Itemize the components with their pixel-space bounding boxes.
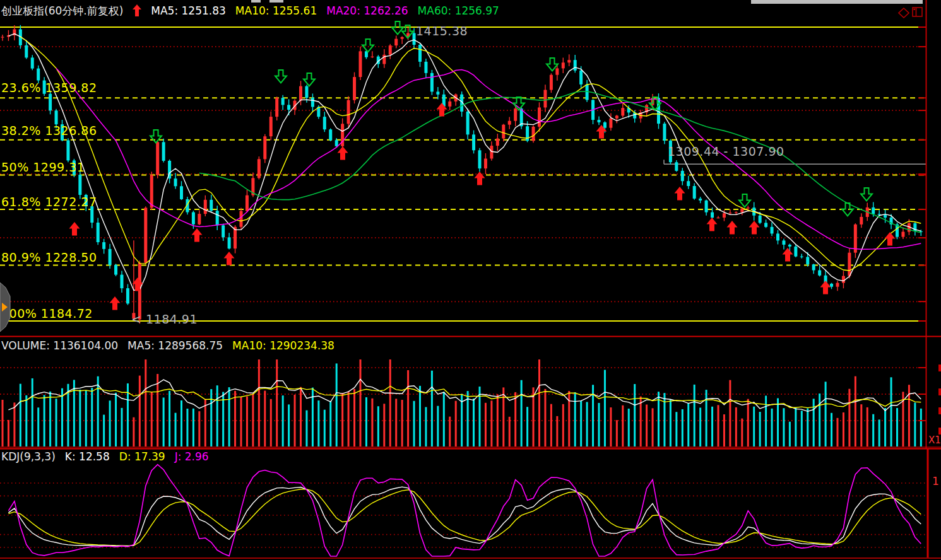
kdj-axis-label: 1	[932, 476, 939, 487]
low-price-label: < 1184.91	[131, 313, 198, 325]
window-chrome-fragment	[251, 0, 261, 3]
high-price-label: 1415.38	[416, 25, 468, 37]
sell-signal-arrow	[304, 73, 315, 86]
buy-signal-arrow	[727, 221, 738, 235]
chart-canvas[interactable]	[0, 0, 941, 560]
sell-signal-arrow	[362, 39, 374, 52]
buy-signal-arrow	[110, 296, 121, 310]
signal-arrows	[69, 21, 896, 310]
buy-signal-arrow	[338, 146, 348, 160]
fib-label-618: 61.8% 1272.27	[1, 196, 97, 208]
symbol-title: 创业板指(60分钟.前复权)	[1, 6, 123, 16]
buy-signal-arrow	[749, 221, 760, 235]
volume-pane-header: VOLUME: 1136104.00 MA5: 1289568.75 MA10:…	[1, 341, 334, 351]
volume-ma5-value: MA5: 1289568.75	[127, 341, 223, 351]
sell-signal-arrow	[150, 130, 162, 143]
buy-signal-arrow	[820, 281, 831, 295]
fib-label-50: 50% 1299.31	[1, 161, 85, 173]
buy-signal-arrow	[783, 248, 793, 262]
price-pane-header: 创业板指(60分钟.前复权) MA5: 1251.83 MA10: 1255.6…	[1, 4, 499, 18]
kdj-d-value: D: 17.39	[119, 452, 165, 462]
fib-label-236: 23.6% 1359.82	[1, 82, 97, 94]
gap-range-label: 1309.44 - 1307.90	[668, 146, 784, 158]
kdj-k-value: K: 12.58	[65, 452, 110, 462]
sell-signal-arrow	[861, 188, 872, 201]
sell-signal-arrow	[392, 21, 403, 35]
volume-value: VOLUME: 1136104.00	[1, 341, 118, 351]
window-chrome-fragment	[269, 0, 283, 3]
split-window-icon[interactable]	[912, 7, 923, 20]
fib-label-809: 80.9% 1228.50	[1, 252, 97, 264]
chart-window: 创业板指(60分钟.前复权) MA5: 1251.83 MA10: 1255.6…	[0, 0, 941, 560]
volume-unit-label: X1	[928, 436, 941, 445]
sell-signal-arrow	[739, 194, 750, 207]
sell-signal-arrow	[275, 70, 287, 83]
kdj-lines	[8, 465, 921, 556]
ma20-value: MA20: 1262.26	[326, 6, 408, 16]
kdj-pane-header: KDJ(9,3,3) K: 12.58 D: 17.39 J: 2.96	[1, 452, 209, 462]
fib-label-382: 38.2% 1326.86	[1, 125, 97, 137]
kdj-name: KDJ(9,3,3)	[1, 452, 56, 462]
fib-label-100: 100% 1184.72	[1, 308, 93, 320]
ma10-value: MA10: 1255.61	[235, 6, 317, 16]
buy-signal-arrow	[675, 187, 685, 201]
volume-ma10-value: MA10: 1290234.38	[232, 341, 334, 351]
draw-diamond-icon[interactable]	[898, 8, 909, 21]
ma5-value: MA5: 1251.83	[151, 6, 226, 16]
buy-signal-arrow	[192, 228, 203, 242]
window-chrome-fragment	[751, 0, 923, 4]
panel-collapse-handle[interactable]	[0, 281, 11, 333]
buy-signal-arrow	[224, 252, 235, 265]
trend-up-arrow-icon	[133, 4, 141, 18]
buy-signal-arrow	[707, 218, 718, 231]
buy-signal-arrow	[69, 222, 80, 236]
ma60-value: MA60: 1256.97	[418, 6, 499, 16]
kdj-j-value: J: 2.96	[175, 452, 209, 462]
